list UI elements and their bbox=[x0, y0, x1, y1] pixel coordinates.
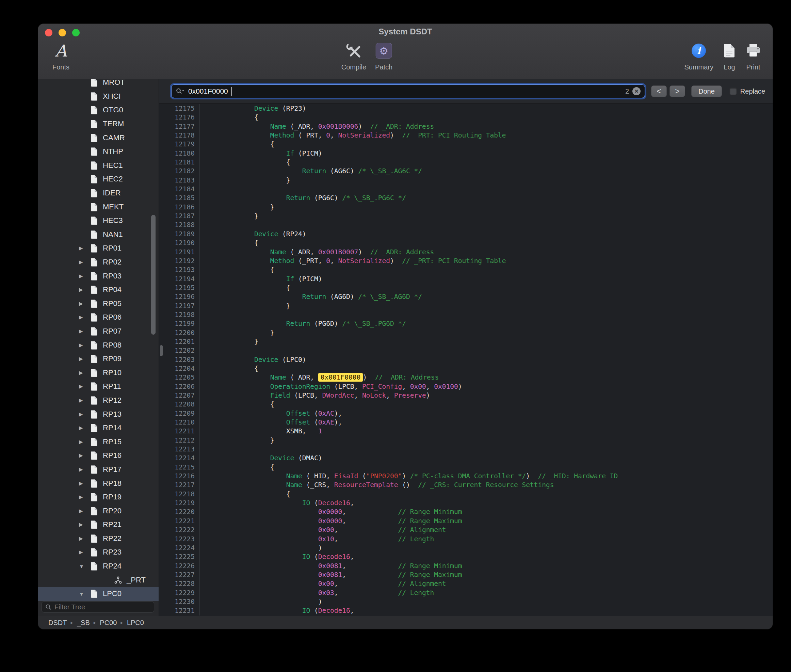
sidebar-item-hec2[interactable]: HEC2 bbox=[38, 172, 158, 186]
sidebar-item-rp16[interactable]: ▶RP16 bbox=[38, 449, 158, 462]
code-line[interactable]: 12191 Name (_ADR, 0x001B0007) // _ADR: A… bbox=[159, 248, 773, 257]
code-line[interactable]: 12198 bbox=[159, 310, 773, 319]
sidebar-item-hec1[interactable]: HEC1 bbox=[38, 158, 158, 173]
code-line[interactable]: 12222 0x00, // Alignment bbox=[159, 526, 773, 534]
code-line[interactable]: 12205 Name (_ADR, 0x001F0000) // _ADR: A… bbox=[159, 373, 773, 382]
sidebar-item-rp15[interactable]: ▶RP15 bbox=[38, 435, 158, 449]
code-line[interactable]: 12223 0x10, // Length bbox=[159, 535, 773, 544]
sidebar-item-otg0[interactable]: OTG0 bbox=[38, 103, 158, 117]
breadcrumb-item[interactable]: _SB bbox=[77, 619, 90, 627]
code-line[interactable]: 12207 Field (LPCB, DWordAcc, NoLock, Pre… bbox=[159, 391, 773, 400]
breadcrumb-item[interactable]: DSDT bbox=[48, 619, 67, 627]
sidebar-scrollbar[interactable] bbox=[151, 215, 155, 334]
code-line[interactable]: 12190 { bbox=[159, 238, 773, 248]
code-line[interactable]: 12187 } bbox=[159, 212, 773, 221]
code-line[interactable]: 12220 0x0000, // Range Minimum bbox=[159, 507, 773, 517]
code-line[interactable]: 12218 { bbox=[159, 490, 773, 499]
code-line[interactable]: 12186 } bbox=[159, 203, 773, 212]
code-line[interactable]: 12202 bbox=[159, 346, 773, 355]
code-line[interactable]: 12188 bbox=[159, 221, 773, 229]
filter-tree-input[interactable]: Filter Tree bbox=[42, 601, 154, 613]
code-line[interactable]: 12213 bbox=[159, 445, 773, 454]
chevron-right-icon[interactable]: ▶ bbox=[79, 453, 91, 459]
chevron-right-icon[interactable]: ▶ bbox=[79, 370, 91, 376]
editor-scroll-handle[interactable] bbox=[160, 345, 163, 356]
sidebar-item-hec3[interactable]: HEC3 bbox=[38, 214, 158, 228]
sidebar-item-nan1[interactable]: NAN1 bbox=[38, 228, 158, 242]
find-input[interactable]: 0x001F0000 2 × bbox=[171, 85, 645, 98]
sidebar-item-rp18[interactable]: ▶RP18 bbox=[38, 476, 158, 490]
code-line[interactable]: 12175 Device (RP23) bbox=[159, 104, 773, 113]
sidebar-item-_prt[interactable]: _PRT bbox=[38, 573, 158, 587]
sidebar-item-rp21[interactable]: ▶RP21 bbox=[38, 518, 158, 532]
chevron-right-icon[interactable]: ▶ bbox=[79, 245, 91, 251]
sidebar-item-rp07[interactable]: ▶RP07 bbox=[38, 325, 158, 338]
search-menu-icon[interactable] bbox=[176, 88, 185, 94]
code-line[interactable]: 12210 Offset (0xAE), bbox=[159, 418, 773, 427]
chevron-right-icon[interactable]: ▶ bbox=[79, 425, 91, 431]
chevron-right-icon[interactable]: ▶ bbox=[79, 301, 91, 307]
code-editor[interactable]: 12175 Device (RP23)12176 {12177 Name (_A… bbox=[159, 104, 773, 616]
chevron-right-icon[interactable]: ▶ bbox=[79, 397, 91, 403]
sidebar-item-rp10[interactable]: ▶RP10 bbox=[38, 366, 158, 379]
breadcrumb-item[interactable]: LPC0 bbox=[127, 619, 144, 627]
sidebar-item-nthp[interactable]: NTHP bbox=[38, 145, 158, 158]
code-line[interactable]: 12206 OperationRegion (LPCB, PCI_Config,… bbox=[159, 382, 773, 391]
code-line[interactable]: 12180 If (PICM) bbox=[159, 149, 773, 158]
sidebar-item-term[interactable]: TERM bbox=[38, 117, 158, 131]
code-line[interactable]: 12193 { bbox=[159, 266, 773, 274]
sidebar-item-xhci[interactable]: XHCI bbox=[38, 90, 158, 104]
code-line[interactable]: 12217 Name (_CRS, ResourceTemplate () //… bbox=[159, 481, 773, 490]
sidebar-item-rp08[interactable]: ▶RP08 bbox=[38, 338, 158, 352]
code-line[interactable]: 12231 IO (Decode16, bbox=[159, 606, 773, 615]
sidebar-item-lpc0[interactable]: ▼LPC0 bbox=[38, 587, 158, 601]
sidebar-item-rp22[interactable]: ▶RP22 bbox=[38, 532, 158, 546]
code-line[interactable]: 12183 } bbox=[159, 176, 773, 185]
code-line[interactable]: 12199 Return (PG6D) /* \_SB_.PG6D */ bbox=[159, 319, 773, 328]
code-line[interactable]: 12214 Device (DMAC) bbox=[159, 454, 773, 462]
code-line[interactable]: 12230 ) bbox=[159, 597, 773, 606]
chevron-right-icon[interactable]: ▶ bbox=[79, 480, 91, 486]
find-previous-button[interactable]: < bbox=[651, 85, 667, 97]
code-line[interactable]: 12221 0x0000, // Range Maximum bbox=[159, 517, 773, 526]
sidebar-item-rp12[interactable]: ▶RP12 bbox=[38, 394, 158, 408]
code-line[interactable]: 12196 Return (AG6D) /* \_SB_.AG6D */ bbox=[159, 293, 773, 301]
sidebar-item-rp01[interactable]: ▶RP01 bbox=[38, 242, 158, 255]
code-line[interactable]: 12215 { bbox=[159, 463, 773, 472]
sidebar-item-ider[interactable]: IDER bbox=[38, 186, 158, 200]
chevron-down-icon[interactable]: ▼ bbox=[79, 591, 91, 597]
code-line[interactable]: 12208 { bbox=[159, 400, 773, 409]
patch-button[interactable]: ⚙ Patch bbox=[375, 40, 392, 71]
chevron-right-icon[interactable]: ▶ bbox=[79, 508, 91, 514]
chevron-right-icon[interactable]: ▶ bbox=[79, 342, 91, 348]
code-line[interactable]: 12216 Name (_HID, EisaId ("PNP0200") /* … bbox=[159, 472, 773, 481]
code-line[interactable]: 12177 Name (_ADR, 0x001B0006) // _ADR: A… bbox=[159, 122, 773, 131]
code-line[interactable]: 12178 Method (_PRT, 0, NotSerialized) //… bbox=[159, 131, 773, 140]
print-button[interactable]: Print bbox=[745, 40, 761, 71]
chevron-right-icon[interactable]: ▶ bbox=[79, 328, 91, 334]
sidebar-item-rp13[interactable]: ▶RP13 bbox=[38, 407, 158, 421]
chevron-right-icon[interactable]: ▶ bbox=[79, 273, 91, 279]
sidebar-item-rp09[interactable]: ▶RP09 bbox=[38, 352, 158, 366]
code-line[interactable]: 12182 Return (AG6C) /* \_SB_.AG6C */ bbox=[159, 167, 773, 176]
sidebar-item-rp24[interactable]: ▼RP24 bbox=[38, 559, 158, 573]
replace-checkbox[interactable] bbox=[729, 88, 737, 95]
code-line[interactable]: 12227 0x0081, // Range Maximum bbox=[159, 571, 773, 579]
sidebar-item-rp02[interactable]: ▶RP02 bbox=[38, 255, 158, 269]
code-line[interactable]: 12228 0x00, // Alignment bbox=[159, 579, 773, 588]
code-line[interactable]: 12212 } bbox=[159, 436, 773, 445]
compile-button[interactable]: Compile bbox=[341, 40, 366, 71]
sidebar-item-mekt[interactable]: MEKT bbox=[38, 200, 158, 214]
chevron-right-icon[interactable]: ▶ bbox=[79, 494, 91, 500]
code-line[interactable]: 12224 ) bbox=[159, 544, 773, 552]
code-line[interactable]: 12184 bbox=[159, 185, 773, 194]
code-line[interactable]: 12226 0x0081, // Range Minimum bbox=[159, 562, 773, 571]
code-line[interactable]: 12195 { bbox=[159, 283, 773, 293]
fonts-button[interactable]: A Fonts bbox=[53, 40, 69, 71]
chevron-right-icon[interactable]: ▶ bbox=[79, 439, 91, 445]
log-button[interactable]: Log bbox=[724, 40, 735, 71]
chevron-right-icon[interactable]: ▶ bbox=[79, 356, 91, 362]
code-line[interactable]: 12179 { bbox=[159, 140, 773, 149]
code-line[interactable]: 12194 If (PICM) bbox=[159, 275, 773, 283]
chevron-down-icon[interactable]: ▼ bbox=[79, 563, 91, 569]
